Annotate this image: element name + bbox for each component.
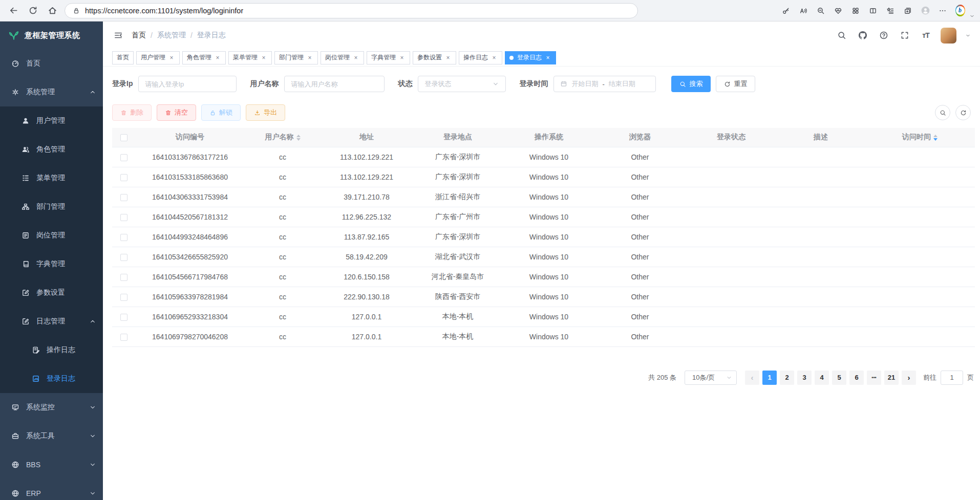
sidebar-item-erp[interactable]: ERP (0, 479, 103, 500)
page-ellipsis[interactable]: ••• (867, 371, 881, 385)
browser-essentials-button[interactable] (830, 3, 846, 19)
chrome-caret-down-icon[interactable] (969, 13, 975, 19)
row-checkbox[interactable] (120, 254, 127, 261)
extensions-button[interactable] (847, 3, 864, 19)
read-aloud-button[interactable] (795, 3, 812, 19)
column-header[interactable]: 访问时间 (865, 128, 975, 147)
github-button[interactable] (857, 29, 869, 41)
collections-button[interactable] (900, 3, 916, 19)
fullscreen-button[interactable] (899, 29, 911, 41)
sidebar-item-system-tools[interactable]: 系统工具 (0, 422, 103, 450)
tab-role-management[interactable]: 角色管理× (182, 51, 226, 64)
tab-param-settings[interactable]: 参数设置× (413, 51, 456, 64)
tab-post-management[interactable]: 岗位管理× (321, 51, 364, 64)
font-size-button[interactable]: тT (920, 29, 932, 41)
sidebar-item-user-management[interactable]: 用户管理 (0, 106, 103, 135)
row-checkbox[interactable] (120, 334, 127, 341)
search-button[interactable]: 搜索 (671, 76, 711, 92)
tab-menu-management[interactable]: 菜单管理× (228, 51, 272, 64)
tab-dict-management[interactable]: 字典管理× (367, 51, 410, 64)
refresh-button[interactable] (25, 3, 41, 19)
sidebar-item-dict-management[interactable]: 字典管理 (0, 250, 103, 278)
close-tab-icon[interactable]: × (444, 54, 452, 61)
username-input[interactable] (291, 80, 378, 88)
page-button-6[interactable]: 6 (849, 371, 864, 385)
close-tab-icon[interactable]: × (398, 54, 406, 61)
sidebar-item-system-monitor[interactable]: 系统监控 (0, 393, 103, 422)
sidebar-item-system-management[interactable]: 系统管理 (0, 78, 103, 106)
row-checkbox[interactable] (120, 174, 127, 181)
date-range-picker[interactable]: 开始日期 - 结束日期 (553, 76, 656, 92)
toolbar-search-button[interactable] (935, 105, 950, 120)
close-tab-icon[interactable]: × (214, 54, 221, 61)
sidebar-item-role-management[interactable]: 角色管理 (0, 135, 103, 164)
more-button[interactable] (934, 3, 951, 19)
home-button[interactable] (44, 3, 60, 19)
page-button-4[interactable]: 4 (815, 371, 829, 385)
url-text[interactable]: https://ccnetcore.com:1101/system/log/lo… (85, 7, 243, 15)
sort-carets[interactable] (933, 135, 938, 141)
close-tab-icon[interactable]: × (491, 54, 498, 61)
tab-home[interactable]: 首页 (112, 51, 134, 64)
tab-dept-management[interactable]: 部门管理× (274, 51, 318, 64)
bing-button[interactable]: b (952, 3, 968, 19)
help-button[interactable] (878, 29, 890, 41)
tab-user-management[interactable]: 用户管理× (136, 51, 180, 64)
ip-input[interactable] (145, 80, 230, 88)
favorites-button[interactable] (882, 3, 899, 19)
back-button[interactable] (5, 3, 22, 19)
page-button-21[interactable]: 21 (884, 371, 899, 385)
row-checkbox[interactable] (120, 314, 127, 321)
page-button-5[interactable]: 5 (832, 371, 846, 385)
goto-page-input[interactable] (941, 371, 963, 385)
user-avatar[interactable] (941, 28, 956, 44)
password-key-button[interactable] (778, 3, 794, 19)
split-screen-button[interactable] (865, 3, 881, 19)
page-size-select[interactable]: 10条/页 (685, 371, 737, 385)
close-tab-icon[interactable]: × (168, 54, 175, 61)
row-checkbox[interactable] (120, 274, 127, 281)
tab-login-log[interactable]: 登录日志× (505, 51, 556, 64)
sidebar-item-login-log[interactable]: 登录日志 (0, 364, 103, 393)
next-page-button[interactable]: › (902, 371, 916, 385)
breadcrumb-home[interactable]: 首页 (132, 31, 146, 40)
unlock-button[interactable]: 解锁 (201, 104, 241, 121)
sidebar-item-operation-log[interactable]: 操作日志 (0, 336, 103, 364)
row-checkbox[interactable] (120, 194, 127, 201)
clear-button[interactable]: 清空 (157, 104, 196, 121)
sidebar-item-menu-management[interactable]: 菜单管理 (0, 164, 103, 192)
profile-button[interactable] (917, 3, 933, 19)
export-button[interactable]: 导出 (246, 104, 285, 121)
close-tab-icon[interactable]: × (306, 54, 313, 61)
row-checkbox[interactable] (120, 154, 127, 161)
prev-page-button[interactable]: ‹ (745, 371, 759, 385)
page-button-2[interactable]: 2 (780, 371, 794, 385)
sidebar-item-bbs[interactable]: BBS (0, 450, 103, 479)
zoom-out-button[interactable] (813, 3, 829, 19)
page-button-3[interactable]: 3 (797, 371, 812, 385)
sidebar-toggle-button[interactable] (112, 29, 124, 41)
status-select[interactable]: 登录状态 (418, 76, 506, 92)
row-checkbox[interactable] (120, 294, 127, 301)
close-tab-icon[interactable]: × (352, 54, 359, 61)
row-checkbox[interactable] (120, 214, 127, 221)
sidebar-item-dept-management[interactable]: 部门管理 (0, 192, 103, 221)
sidebar-item-log-management[interactable]: 日志管理 (0, 307, 103, 336)
close-tab-icon[interactable]: × (544, 54, 551, 61)
caret-down-icon[interactable] (965, 33, 971, 38)
sidebar-item-post-management[interactable]: 岗位管理 (0, 221, 103, 250)
search-button[interactable] (836, 29, 848, 41)
close-tab-icon[interactable]: × (260, 54, 267, 61)
toolbar-refresh-button[interactable] (955, 105, 971, 120)
reset-button[interactable]: 重置 (716, 76, 755, 92)
select-all-checkbox[interactable] (120, 134, 127, 141)
row-checkbox[interactable] (120, 234, 127, 241)
column-header[interactable]: 用户名称 (244, 128, 321, 147)
tab-operation-log[interactable]: 操作日志× (459, 51, 502, 64)
page-button-1[interactable]: 1 (762, 371, 777, 385)
delete-button[interactable]: 删除 (112, 104, 152, 121)
sidebar-item-home[interactable]: 首页 (0, 49, 103, 78)
sidebar-item-param-settings[interactable]: 参数设置 (0, 278, 103, 307)
sort-carets[interactable] (296, 135, 301, 141)
address-bar[interactable]: https://ccnetcore.com:1101/system/log/lo… (65, 3, 638, 18)
